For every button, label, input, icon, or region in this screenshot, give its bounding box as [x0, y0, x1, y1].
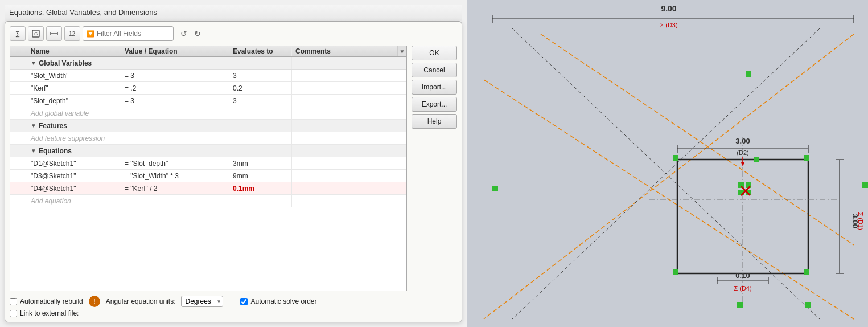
- equations-table: Name Value / Equation Evaluates to Comme…: [10, 46, 407, 291]
- auto-solve-checkbox[interactable]: [240, 298, 248, 305]
- degrees-select[interactable]: Degrees Radians: [181, 296, 223, 307]
- cancel-button[interactable]: Cancel: [412, 63, 457, 77]
- row-comments[interactable]: [292, 157, 406, 169]
- sv-value: [121, 57, 229, 69]
- add-eq-name[interactable]: Add equation: [27, 195, 121, 207]
- global-vars-btn[interactable]: G: [28, 26, 44, 41]
- cad-drawing: 9.00 Σ (D3) 3.00 (D2) 3.00 Σ (D1) 0.10 Σ…: [467, 0, 868, 327]
- row-name[interactable]: "Slot_Width": [27, 70, 121, 81]
- link-external-checkbox[interactable]: [10, 310, 17, 317]
- bottom-area: Automatically rebuild ! Angular equation…: [10, 296, 457, 317]
- auto-rebuild-text: Automatically rebuild: [20, 297, 83, 305]
- svg-text:3.00: 3.00: [735, 137, 750, 145]
- row-comments[interactable]: [292, 170, 406, 182]
- svg-rect-37: [673, 155, 678, 161]
- sort-btn[interactable]: 12: [64, 26, 80, 41]
- row-value[interactable]: = "Slot_Width" * 3: [121, 170, 229, 182]
- row-comments[interactable]: [292, 82, 406, 94]
- table-row[interactable]: "Slot_Width" = 3 3: [10, 70, 406, 82]
- add-eval: [229, 107, 292, 119]
- svg-rect-50: [754, 157, 759, 162]
- dialog-panel: Equations, Global Variables, and Dimensi…: [0, 0, 467, 327]
- sv-eval: [229, 57, 292, 69]
- redo-button[interactable]: ↻: [192, 28, 203, 39]
- table-body[interactable]: ▼ Global Variables "Slot_Width" = 3 3: [10, 57, 406, 291]
- add-name[interactable]: Add global variable: [27, 107, 121, 119]
- row-eval: 3: [229, 95, 292, 107]
- add-feature-row[interactable]: Add feature suppression: [10, 132, 406, 145]
- cad-panel: 9.00 Σ (D3) 3.00 (D2) 3.00 Σ (D1) 0.10 Σ…: [467, 0, 868, 327]
- row-eval-highlight: 0.1mm: [229, 182, 292, 194]
- row-comments[interactable]: [292, 95, 406, 107]
- se-value: [121, 145, 229, 157]
- side-buttons: OK Cancel Import... Export... Help: [412, 46, 457, 291]
- row-value[interactable]: = 3: [121, 70, 229, 81]
- header-evaluates: Evaluates to: [229, 46, 292, 56]
- filter-icon: 🔽: [87, 30, 94, 38]
- table-row[interactable]: "Kerf" = .2 0.2: [10, 82, 406, 95]
- svg-rect-45: [492, 186, 498, 191]
- table-row[interactable]: "D4@Sketch1" = "Kerf" / 2 0.1mm: [10, 182, 406, 195]
- row-value[interactable]: = "Kerf" / 2: [121, 182, 229, 194]
- sv-name: ▼ Global Variables: [27, 57, 121, 69]
- row-name[interactable]: "Slot_depth": [27, 95, 121, 107]
- sf-name: ▼ Features: [27, 120, 121, 132]
- row-comments[interactable]: [292, 182, 406, 194]
- link-external-label[interactable]: Link to external file:: [10, 309, 79, 317]
- add-feat-name[interactable]: Add feature suppression: [27, 132, 121, 144]
- row-value[interactable]: = "Slot_depth": [121, 157, 229, 169]
- row-num: [10, 95, 27, 107]
- svg-rect-44: [862, 182, 868, 188]
- add-equation-row[interactable]: Add equation: [10, 195, 406, 207]
- svg-text:Σ (D3): Σ (D3): [660, 22, 677, 28]
- svg-text:Σ (D4): Σ (D4): [734, 285, 751, 292]
- row-num: [10, 170, 27, 182]
- expand-icon: ▼: [31, 60, 36, 66]
- svg-rect-43: [805, 302, 811, 308]
- table-header: Name Value / Equation Evaluates to Comme…: [10, 46, 406, 57]
- row-name[interactable]: "D4@Sketch1": [27, 182, 121, 194]
- auto-solve-label[interactable]: Automatic solve order: [240, 297, 316, 305]
- angular-label: Angular equation units:: [106, 297, 176, 305]
- sf-comments: [292, 120, 406, 132]
- filter-field[interactable]: [97, 30, 165, 38]
- row-name[interactable]: "D1@Sketch1": [27, 157, 121, 169]
- add-feat-comments: [292, 132, 406, 144]
- help-button[interactable]: Help: [412, 114, 457, 129]
- auto-rebuild-checkbox[interactable]: [10, 298, 17, 305]
- row-num: [10, 182, 27, 194]
- row-name[interactable]: "Kerf": [27, 82, 121, 94]
- table-row[interactable]: "D3@Sketch1" = "Slot_Width" * 3 9mm: [10, 170, 406, 182]
- row-value[interactable]: = 3: [121, 95, 229, 107]
- section-global-variables: ▼ Global Variables: [10, 57, 406, 70]
- row-num: [10, 157, 27, 169]
- row-eval: 9mm: [229, 170, 292, 182]
- row-value[interactable]: = .2: [121, 82, 229, 94]
- import-button[interactable]: Import...: [412, 80, 457, 95]
- se-name: ▼ Equations: [27, 145, 121, 157]
- row-num: [10, 70, 27, 81]
- add-global-variable-row[interactable]: Add global variable: [10, 107, 406, 120]
- undo-button[interactable]: ↺: [178, 28, 190, 39]
- svg-text:G: G: [34, 31, 38, 36]
- main-content: Name Value / Equation Evaluates to Comme…: [10, 46, 457, 291]
- table-row[interactable]: "D1@Sketch1" = "Slot_depth" 3mm: [10, 157, 406, 170]
- row-name[interactable]: "D3@Sketch1": [27, 170, 121, 182]
- dimensions-btn[interactable]: [46, 26, 62, 41]
- row-comments[interactable]: [292, 70, 406, 81]
- table-row[interactable]: "Slot_depth" = 3 3: [10, 95, 406, 107]
- row-eval: 0.2: [229, 82, 292, 94]
- svg-rect-41: [804, 269, 809, 275]
- ok-button[interactable]: OK: [412, 46, 457, 60]
- toolbar: ∑ G 12 🔽 ↺ ↻: [10, 26, 457, 41]
- export-button[interactable]: Export...: [412, 97, 457, 112]
- sv-num: [10, 57, 27, 69]
- sf-value: [121, 120, 229, 132]
- row-eval: 3: [229, 70, 292, 81]
- svg-rect-42: [737, 302, 743, 308]
- auto-rebuild-label[interactable]: Automatically rebuild: [10, 297, 83, 305]
- se-eval: [229, 145, 292, 157]
- equations-icon-btn[interactable]: ∑: [10, 26, 26, 41]
- sf-num: [10, 120, 27, 132]
- degrees-select-wrapper: Degrees Radians: [181, 296, 223, 307]
